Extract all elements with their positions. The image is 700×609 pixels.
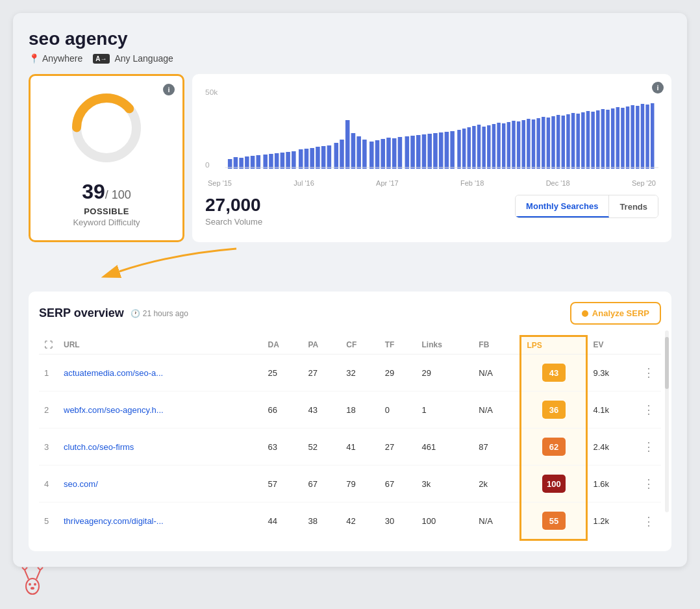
- svg-rect-6: [239, 158, 244, 169]
- svg-rect-59: [536, 118, 540, 169]
- kd-difficulty-label: Keyword Difficulty: [73, 218, 140, 227]
- kd-info-icon[interactable]: i: [163, 84, 175, 95]
- lps-cell: 62: [521, 429, 587, 466]
- analyze-serp-label: Analyze SERP: [592, 308, 649, 318]
- tab-monthly-searches[interactable]: Monthly Searches: [516, 195, 609, 218]
- svg-rect-65: [566, 114, 569, 169]
- lps-badge: 43: [542, 364, 566, 382]
- svg-rect-9: [256, 155, 261, 169]
- header: seo agency 📍 Anywhere A→ Any Language: [29, 29, 671, 64]
- col-da-header: DA: [263, 336, 303, 354]
- actions-cell[interactable]: ⋮: [638, 392, 661, 429]
- row-actions-icon[interactable]: ⋮: [643, 403, 656, 416]
- col-url-header: URL: [58, 336, 263, 354]
- da-cell: 57: [263, 466, 303, 503]
- kd-number: 39: [82, 180, 105, 203]
- svg-rect-42: [450, 131, 455, 169]
- ev-cell: 1.2k: [587, 503, 638, 540]
- ev-cell: 2.4k: [587, 429, 638, 466]
- svg-rect-70: [591, 112, 594, 169]
- actions-cell[interactable]: ⋮: [638, 429, 661, 466]
- row-actions-icon[interactable]: ⋮: [643, 477, 656, 490]
- col-expand: ⛶: [39, 336, 58, 354]
- svg-rect-69: [586, 111, 590, 169]
- chart-tabs: Monthly Searches Trends: [515, 195, 658, 218]
- svg-rect-29: [375, 140, 380, 169]
- rank-cell: 4: [39, 466, 58, 503]
- links-cell: 1: [417, 392, 474, 429]
- url-cell: webfx.com/seo-agency.h...: [58, 392, 263, 429]
- svg-line-88: [25, 567, 27, 570]
- url-cell: actuatemedia.com/seo-a...: [58, 354, 263, 392]
- svg-line-89: [36, 570, 40, 579]
- fb-cell: 2k: [473, 466, 521, 503]
- svg-rect-36: [416, 135, 421, 169]
- row-actions-icon[interactable]: ⋮: [643, 440, 656, 453]
- volume-number: 27,000: [205, 195, 262, 216]
- links-cell: 461: [417, 429, 474, 466]
- svg-rect-73: [606, 110, 609, 169]
- cf-cell: 18: [341, 392, 379, 429]
- svg-rect-57: [527, 119, 530, 169]
- expand-icon: ⛶: [44, 340, 53, 350]
- col-lps-header: LPS: [521, 336, 587, 354]
- svg-rect-31: [386, 138, 391, 169]
- cf-cell: 41: [341, 429, 379, 466]
- svg-rect-79: [636, 106, 639, 169]
- svg-rect-76: [621, 108, 624, 169]
- actions-cell[interactable]: ⋮: [638, 503, 661, 540]
- url-link[interactable]: webfx.com/seo-agency.h...: [64, 405, 164, 415]
- scrollbar-thumb[interactable]: [665, 337, 669, 389]
- svg-rect-15: [292, 151, 296, 169]
- row-actions-icon[interactable]: ⋮: [643, 366, 656, 379]
- svg-rect-58: [532, 119, 535, 169]
- svg-rect-33: [398, 137, 403, 169]
- url-link[interactable]: actuatemedia.com/seo-a...: [64, 368, 163, 378]
- table-row: 1 actuatemedia.com/seo-a... 25 27 32 29 …: [39, 354, 661, 392]
- chart-area: 50k 0: [205, 84, 658, 175]
- rank-cell: 1: [39, 354, 58, 392]
- svg-rect-46: [472, 126, 475, 169]
- pa-cell: 43: [303, 392, 341, 429]
- tab-trends[interactable]: Trends: [609, 195, 658, 218]
- svg-rect-12: [275, 153, 279, 169]
- scrollbar-track[interactable]: [665, 330, 669, 512]
- rank-cell: 2: [39, 392, 58, 429]
- x-label-apr17: Apr '17: [376, 179, 399, 187]
- url-link[interactable]: clutch.co/seo-firms: [64, 442, 134, 452]
- svg-point-92: [29, 583, 31, 586]
- svg-rect-80: [641, 104, 644, 169]
- svg-rect-19: [316, 147, 320, 169]
- pa-cell: 38: [303, 503, 341, 540]
- col-ev-header: EV: [587, 336, 638, 354]
- actions-cell[interactable]: ⋮: [638, 466, 661, 503]
- serp-title: SERP overview: [39, 306, 124, 320]
- svg-rect-14: [286, 152, 290, 169]
- actions-cell[interactable]: ⋮: [638, 354, 661, 392]
- volume-label: Search Volume: [205, 217, 262, 227]
- x-label-jul16: Jul '16: [294, 179, 314, 187]
- svg-rect-26: [356, 136, 361, 169]
- location-row: 📍 Anywhere A→ Any Language: [29, 53, 671, 64]
- svg-rect-68: [581, 112, 584, 169]
- analyze-serp-button[interactable]: Analyze SERP: [570, 302, 661, 325]
- x-label-dec18: Dec '18: [546, 179, 570, 187]
- serp-time-label: 21 hours ago: [143, 309, 188, 318]
- svg-rect-11: [269, 154, 273, 169]
- svg-rect-41: [445, 132, 449, 169]
- serp-header: SERP overview 🕐 21 hours ago Analyze SER…: [39, 302, 661, 325]
- url-cell: clutch.co/seo-firms: [58, 429, 263, 466]
- table-row: 4 seo.com/ 57 67 79 67 3k 2k 100 1.6k ⋮: [39, 466, 661, 503]
- svg-rect-48: [482, 127, 485, 169]
- row-actions-icon[interactable]: ⋮: [643, 515, 656, 528]
- url-link[interactable]: thriveagency.com/digital-...: [64, 516, 164, 526]
- url-link[interactable]: seo.com/: [64, 479, 98, 489]
- svg-rect-66: [571, 113, 575, 169]
- svg-rect-21: [327, 145, 332, 169]
- svg-rect-22: [334, 143, 338, 169]
- links-cell: 29: [417, 354, 474, 392]
- svg-line-87: [22, 567, 25, 570]
- svg-rect-51: [497, 123, 500, 169]
- svg-rect-20: [321, 146, 326, 169]
- svg-rect-10: [263, 155, 268, 169]
